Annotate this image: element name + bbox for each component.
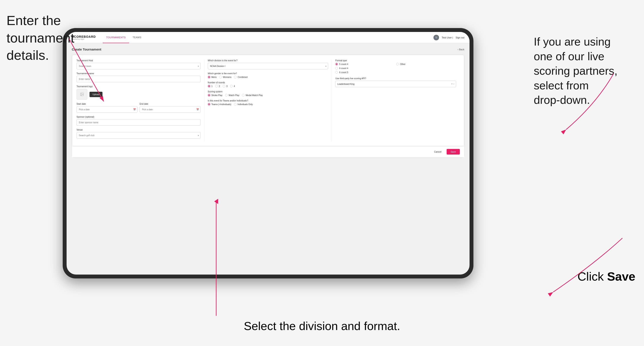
form-col2: Which division is the event for? ▾ Which…: [204, 59, 332, 142]
annotation-topright: If you are usingone of our livescoring p…: [534, 34, 638, 108]
format-5count4-radio[interactable]: [335, 63, 338, 65]
gender-label: Which gender is the event for?: [208, 72, 328, 75]
gender-womens-label: Womens: [223, 76, 231, 78]
format-right: Other: [396, 63, 456, 74]
tab-teams[interactable]: TEAMS: [129, 32, 144, 43]
rounds-group: Number of rounds 1 2: [208, 81, 328, 87]
dropdown-icon-venue: ▾: [198, 134, 199, 137]
gender-radio-group: Mens Womens Combined: [208, 76, 328, 78]
scoring-radio-group: Stroke Play Match Play Medal Match Play: [208, 94, 328, 96]
rounds-1[interactable]: 1: [208, 85, 213, 87]
rounds-2[interactable]: 2: [215, 85, 220, 87]
rounds-3-radio[interactable]: [223, 85, 225, 87]
gender-womens-radio[interactable]: [219, 76, 222, 78]
rounds-3-label: 3: [226, 85, 228, 87]
scoring-stroke[interactable]: Stroke Play: [208, 94, 222, 96]
format-6count5[interactable]: 6 count 5: [335, 71, 395, 74]
save-button[interactable]: Save: [447, 149, 460, 155]
individuals-only-label: Individuals Only: [238, 103, 253, 106]
venue-input[interactable]: [76, 132, 200, 139]
teams-plus-radio[interactable]: [208, 103, 210, 106]
scoring-match[interactable]: Match Play: [225, 94, 239, 96]
gender-mens[interactable]: Mens: [208, 76, 216, 78]
annotation-bottom: Select the division and format.: [244, 319, 400, 333]
start-date-wrapper: 📅: [76, 106, 138, 113]
teams-group: Is this event for Teams and/or Individua…: [208, 100, 328, 106]
form-footer: Cancel Save: [72, 146, 464, 157]
scoring-match-label: Match Play: [229, 94, 239, 96]
format-label: Format type: [335, 59, 456, 62]
annotation-bottomright: Click Save: [578, 269, 635, 283]
format-6count4[interactable]: 6 count 4: [335, 67, 395, 69]
name-input[interactable]: [76, 76, 200, 82]
sponsor-input[interactable]: [76, 119, 200, 126]
host-label: Tournament Host: [76, 59, 200, 62]
form-col1: Tournament Host ▾ Tournament name: [76, 59, 204, 142]
navbar-tabs: TOURNAMENTS TEAMS: [103, 32, 434, 43]
rounds-2-radio[interactable]: [215, 85, 218, 87]
end-date-input[interactable]: [140, 106, 200, 113]
annotation-topright-text: If you are usingone of our livescoring p…: [534, 35, 618, 106]
name-label: Tournament name: [76, 72, 200, 75]
scoring-group: Scoring system Stroke Play Match Play: [208, 90, 328, 96]
page-header: Create Tournament ‹ Back: [72, 47, 464, 51]
scoring-tag-clear[interactable]: × ‹: [451, 82, 454, 85]
cancel-button[interactable]: Cancel: [431, 149, 444, 155]
rounds-label: Number of rounds: [208, 81, 328, 84]
scoring-match-radio[interactable]: [225, 94, 228, 96]
back-button[interactable]: ‹ Back: [458, 48, 464, 51]
logo-placeholder: [76, 89, 87, 100]
tablet-screen: SCOREBOARD Powered by clippd TOURNAMENTS…: [66, 32, 470, 275]
format-group: Format type 5 count 4: [335, 59, 456, 74]
teams-plus[interactable]: Teams (+Individuals): [208, 103, 231, 106]
calendar-icon-end: 📅: [196, 108, 199, 111]
division-input[interactable]: [208, 63, 328, 69]
gender-group: Which gender is the event for? Mens Wome…: [208, 72, 328, 78]
rounds-radio-group: 1 2 3: [208, 85, 328, 87]
rounds-2-label: 2: [219, 85, 220, 87]
main-content: Create Tournament ‹ Back Tournament Host: [66, 43, 470, 275]
scoring-api-group: Use third-party live scoring API? Leader…: [335, 77, 456, 87]
rounds-4[interactable]: 4: [230, 85, 235, 87]
signout-link[interactable]: Sign out: [456, 36, 464, 39]
logo-label: Tournament logo: [76, 85, 200, 88]
scoring-medal-radio[interactable]: [242, 94, 244, 96]
scoring-medal[interactable]: Medal Match Play: [242, 94, 263, 96]
scoring-tag: Leaderboard King × ‹: [335, 81, 456, 87]
teams-radio-group: Teams (+Individuals) Individuals Only: [208, 103, 328, 106]
gender-combined[interactable]: Combined: [234, 76, 248, 78]
upload-button[interactable]: Upload: [90, 92, 102, 97]
venue-input-wrapper: ▾: [76, 132, 200, 139]
host-group: Tournament Host ▾: [76, 59, 200, 69]
rounds-1-radio[interactable]: [208, 85, 210, 87]
teams-label: Is this event for Teams and/or Individua…: [208, 100, 328, 102]
rounds-4-radio[interactable]: [230, 85, 232, 87]
division-group: Which division is the event for? ▾: [208, 59, 328, 69]
gender-combined-radio[interactable]: [234, 76, 236, 78]
format-6count5-radio[interactable]: [335, 71, 338, 74]
individuals-only[interactable]: Individuals Only: [234, 103, 253, 106]
start-date-label: Start date: [76, 103, 138, 105]
venue-group: Venue ▾: [76, 129, 200, 139]
gender-mens-label: Mens: [212, 76, 216, 78]
individuals-only-radio[interactable]: [234, 103, 236, 106]
format-6count4-radio[interactable]: [335, 67, 338, 69]
format-5count4[interactable]: 5 count 4: [335, 63, 395, 65]
scoring-api-label: Use third-party live scoring API?: [335, 77, 456, 80]
annotation-save-bold: Save: [607, 270, 635, 283]
format-other[interactable]: Other: [396, 63, 456, 65]
rounds-3[interactable]: 3: [223, 85, 228, 87]
host-input[interactable]: [76, 63, 200, 69]
gender-womens[interactable]: Womens: [219, 76, 231, 78]
start-date-input[interactable]: [76, 106, 138, 113]
gender-mens-radio[interactable]: [208, 76, 210, 78]
tab-tournaments[interactable]: TOURNAMENTS: [103, 32, 129, 43]
venue-label: Venue: [76, 129, 200, 131]
division-label: Which division is the event for?: [208, 59, 328, 62]
logo-group: Tournament logo: [76, 85, 200, 100]
format-other-label: Other: [400, 63, 412, 65]
scoring-stroke-radio[interactable]: [208, 94, 210, 96]
format-other-radio[interactable]: [396, 63, 399, 65]
form-card: Tournament Host ▾ Tournament name: [72, 55, 464, 157]
calendar-icon-start: 📅: [133, 108, 136, 111]
